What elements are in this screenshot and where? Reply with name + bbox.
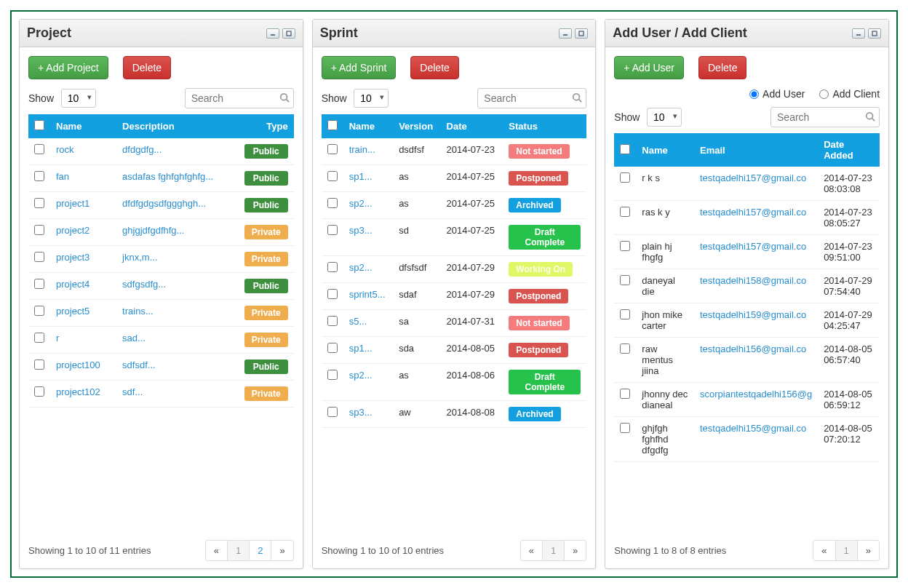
user-email-link[interactable]: testqadelhi157@gmail.co — [700, 241, 806, 252]
add-client-radio[interactable]: Add Client — [819, 88, 880, 100]
row-checkbox[interactable] — [34, 333, 44, 343]
col-status[interactable]: Status — [503, 114, 586, 138]
project-name-link[interactable]: r — [56, 333, 59, 343]
user-email-link[interactable]: testqadelhi157@gmail.co — [700, 207, 806, 218]
minimize-icon[interactable] — [852, 28, 865, 39]
pager-prev[interactable]: « — [205, 540, 228, 561]
pager-prev[interactable]: « — [813, 540, 835, 561]
maximize-icon[interactable] — [868, 28, 881, 39]
sprint-name-link[interactable]: s5... — [349, 316, 367, 327]
search-input[interactable] — [185, 88, 294, 108]
col-version[interactable]: Version — [393, 114, 440, 138]
row-checkbox[interactable] — [34, 306, 44, 316]
project-desc-link[interactable]: sdf... — [122, 386, 143, 397]
pager-page[interactable]: 1 — [227, 540, 250, 561]
project-desc-link[interactable]: jknx,m... — [122, 252, 157, 263]
select-all-checkbox[interactable] — [620, 144, 630, 154]
project-desc-link[interactable]: dfdfgdgsdfggghgh... — [122, 198, 206, 209]
row-checkbox[interactable] — [620, 207, 630, 217]
row-checkbox[interactable] — [327, 225, 338, 235]
row-checkbox[interactable] — [34, 144, 44, 154]
maximize-icon[interactable] — [282, 28, 295, 39]
project-desc-link[interactable]: dfdgdfg... — [122, 144, 162, 155]
select-all-checkbox[interactable] — [327, 120, 338, 130]
col-email[interactable]: Email — [694, 133, 818, 167]
row-checkbox[interactable] — [620, 309, 630, 319]
project-desc-link[interactable]: trains... — [122, 306, 154, 317]
user-email-link[interactable]: testqadelhi158@gmail.co — [700, 275, 806, 286]
col-description[interactable]: Description — [116, 114, 239, 138]
project-name-link[interactable]: project100 — [56, 359, 100, 370]
row-checkbox[interactable] — [34, 359, 44, 370]
user-email-link[interactable]: testqadelhi159@gmail.co — [700, 309, 806, 320]
project-desc-link[interactable]: sdfsdf... — [122, 359, 156, 370]
sprint-name-link[interactable]: sp1... — [349, 343, 373, 354]
row-checkbox[interactable] — [327, 289, 338, 299]
row-checkbox[interactable] — [34, 252, 44, 262]
project-name-link[interactable]: project3 — [56, 252, 89, 263]
page-size-select[interactable]: 10 — [61, 89, 96, 108]
row-checkbox[interactable] — [620, 423, 630, 433]
delete-sprint-button[interactable]: Delete — [410, 56, 458, 79]
row-checkbox[interactable] — [34, 198, 44, 208]
delete-project-button[interactable]: Delete — [123, 56, 171, 79]
project-desc-link[interactable]: sad... — [122, 333, 146, 343]
pager-next[interactable]: » — [564, 540, 586, 561]
sprint-name-link[interactable]: sp2... — [349, 198, 373, 209]
sprint-name-link[interactable]: sp3... — [349, 225, 373, 236]
row-checkbox[interactable] — [327, 316, 338, 326]
maximize-icon[interactable] — [575, 28, 588, 39]
add-sprint-button[interactable]: + Add Sprint — [322, 56, 397, 79]
pager-next[interactable]: » — [271, 540, 293, 561]
row-checkbox[interactable] — [34, 279, 44, 289]
col-name[interactable]: Name — [636, 133, 694, 167]
row-checkbox[interactable] — [34, 225, 44, 235]
project-name-link[interactable]: project4 — [56, 279, 89, 290]
row-checkbox[interactable] — [327, 198, 338, 208]
row-checkbox[interactable] — [327, 144, 338, 154]
row-checkbox[interactable] — [620, 172, 630, 183]
project-desc-link[interactable]: asdafas fghfghfghfg... — [122, 171, 213, 182]
add-project-button[interactable]: + Add Project — [28, 56, 108, 79]
page-size-select[interactable]: 10 — [647, 108, 682, 127]
row-checkbox[interactable] — [327, 171, 338, 181]
col-date-added[interactable]: Date Added — [818, 133, 880, 167]
user-email-link[interactable]: scorpiantestqadelhi156@g — [700, 389, 812, 400]
pager-next[interactable]: » — [857, 540, 880, 561]
user-email-link[interactable]: testqadelhi155@gmail.co — [700, 423, 806, 434]
pager-prev[interactable]: « — [520, 540, 543, 561]
project-name-link[interactable]: project102 — [56, 386, 100, 397]
project-desc-link[interactable]: sdfgsdfg... — [122, 279, 166, 290]
project-desc-link[interactable]: ghjgjdfgdfhfg... — [122, 225, 184, 236]
sprint-name-link[interactable]: train... — [349, 144, 375, 155]
sprint-name-link[interactable]: sp1... — [349, 171, 373, 182]
user-email-link[interactable]: testqadelhi156@gmail.co — [700, 343, 806, 354]
row-checkbox[interactable] — [620, 389, 630, 399]
row-checkbox[interactable] — [327, 370, 338, 380]
row-checkbox[interactable] — [34, 386, 44, 397]
sprint-name-link[interactable]: sp2... — [349, 262, 373, 273]
sprint-name-link[interactable]: sp2... — [349, 370, 373, 381]
row-checkbox[interactable] — [620, 241, 630, 251]
pager-page[interactable]: 2 — [249, 540, 271, 561]
add-user-radio[interactable]: Add User — [749, 88, 805, 100]
row-checkbox[interactable] — [620, 275, 630, 285]
search-input[interactable] — [477, 88, 586, 108]
project-name-link[interactable]: project2 — [56, 225, 89, 236]
row-checkbox[interactable] — [34, 171, 44, 181]
pager-page[interactable]: 1 — [542, 540, 565, 561]
col-name[interactable]: Name — [50, 114, 116, 138]
add-user-button[interactable]: + Add User — [614, 56, 684, 79]
row-checkbox[interactable] — [327, 407, 338, 417]
project-name-link[interactable]: project1 — [56, 198, 89, 209]
page-size-select[interactable]: 10 — [354, 89, 389, 108]
project-name-link[interactable]: fan — [56, 171, 69, 182]
sprint-name-link[interactable]: sp3... — [349, 407, 373, 418]
pager-page[interactable]: 1 — [835, 540, 858, 561]
delete-user-button[interactable]: Delete — [698, 56, 746, 79]
project-name-link[interactable]: project5 — [56, 306, 89, 317]
search-input[interactable] — [770, 107, 880, 127]
row-checkbox[interactable] — [327, 343, 338, 353]
minimize-icon[interactable] — [266, 28, 279, 39]
col-type[interactable]: Type — [239, 114, 294, 138]
